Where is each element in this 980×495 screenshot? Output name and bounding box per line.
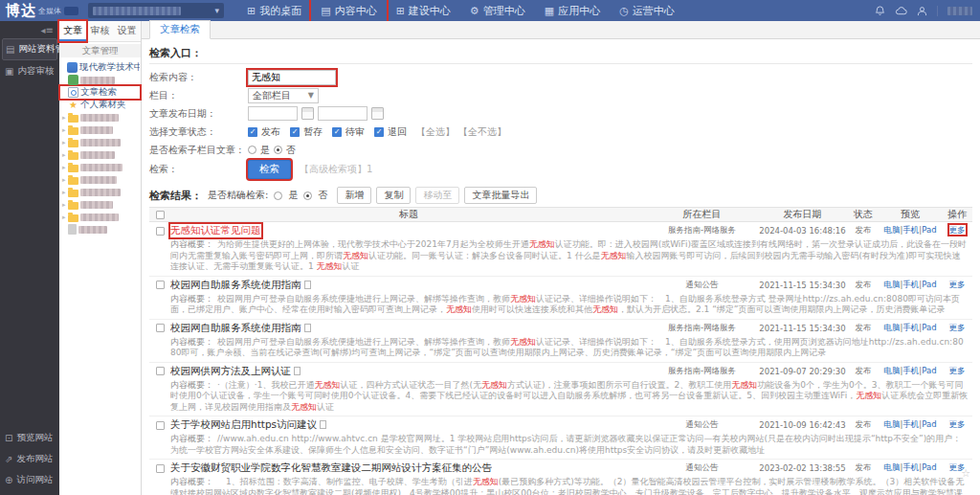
tree-item[interactable]: ▸ — [60, 211, 140, 223]
preview-link-电脑[interactable]: 电脑 — [883, 323, 900, 332]
tab-article-search[interactable]: 文章检索 — [149, 20, 211, 39]
publish-date-label: 文章发布日期： — [149, 107, 248, 121]
menu-item-管理中心[interactable]: ⚙管理中心 — [460, 0, 535, 21]
tree-item[interactable]: ▸ — [60, 198, 140, 211]
row-checkbox[interactable] — [156, 464, 165, 473]
results-button-复制[interactable]: 复制 — [376, 187, 411, 204]
article-title-link[interactable]: 校园网自助服务系统使用指南 — [170, 279, 301, 292]
status-cell: 发布 — [848, 419, 879, 431]
article-title-link[interactable]: 校园网自助服务系统使用指南 — [170, 322, 301, 335]
sub-no-radio[interactable] — [274, 146, 282, 154]
tree-item[interactable]: ▸ — [60, 186, 140, 198]
preview-link-Pad[interactable]: Pad — [922, 366, 936, 375]
more-actions-link[interactable]: 更多 — [949, 419, 966, 429]
tree-tab-文章[interactable]: 文章 — [59, 21, 86, 41]
sidebar-item-发布网站[interactable]: ⇗发布网站 — [2, 449, 57, 469]
sidebar-item-访问网站[interactable]: ⊕访问网站 — [2, 470, 57, 490]
select-all-checkbox[interactable] — [156, 211, 165, 219]
preview-link-手机[interactable]: 手机 — [902, 323, 919, 332]
operation-cell: 更多 — [942, 280, 972, 291]
search-button[interactable]: 检索 — [248, 160, 291, 179]
preview-link-电脑[interactable]: 电脑 — [883, 419, 900, 429]
user-icon[interactable] — [917, 6, 927, 16]
status-checkbox-退回[interactable]: ✓ — [374, 127, 384, 137]
sub-yes-radio[interactable] — [248, 146, 256, 154]
more-actions-link[interactable]: 更多 — [949, 280, 966, 289]
status-checkbox-发布[interactable]: ✓ — [248, 127, 257, 137]
menu-item-应用中心[interactable]: ▦应用中心 — [535, 0, 610, 21]
select-all-link[interactable]: 【全选】 — [416, 125, 455, 139]
sidebar-item-内容审核[interactable]: ▣内容审核 — [2, 61, 57, 81]
row-checkbox[interactable] — [156, 367, 165, 375]
status-checkbox-暂存[interactable]: ✓ — [290, 127, 300, 137]
preview-link-Pad[interactable]: Pad — [922, 323, 936, 332]
precise-yes-radio[interactable] — [274, 191, 282, 200]
results-button-新增[interactable]: 新增 — [337, 187, 371, 204]
advanced-search-hint[interactable]: 【高级检索项】1 — [300, 163, 372, 176]
tree-item[interactable]: ★个人素材夹 — [60, 99, 140, 111]
row-checkbox[interactable] — [156, 281, 165, 289]
tree-item[interactable]: ▸ — [60, 148, 140, 161]
preview-link-电脑[interactable]: 电脑 — [883, 366, 900, 375]
status-cell: 发布 — [848, 462, 879, 474]
site-selector-dropdown[interactable]: ▾ — [88, 3, 224, 18]
tree-tab-审核[interactable]: 审核 — [86, 21, 113, 41]
date-from-input[interactable] — [248, 106, 298, 121]
tree-item[interactable] — [60, 74, 140, 86]
sidebar-collapse-icon[interactable]: ◂≡ — [0, 21, 59, 37]
menu-item-运营中心[interactable]: ◷运营中心 — [610, 0, 684, 21]
summary-label: 内容概要： — [170, 337, 213, 347]
preview-link-电脑[interactable]: 电脑 — [883, 462, 900, 472]
calendar-icon[interactable] — [301, 107, 314, 120]
preview-link-Pad[interactable]: Pad — [922, 462, 936, 472]
menu-item-内容中心[interactable]: ▤内容中心 — [311, 0, 386, 21]
preview-link-Pad[interactable]: Pad — [922, 419, 936, 429]
menu-item-建设中心[interactable]: ⊞建设中心 — [387, 0, 460, 21]
sidebar-item-网站资料管理[interactable]: ▤网站资料管理 — [2, 38, 57, 60]
summary-text: 使用时可以快速连接系统和其他 — [472, 304, 592, 314]
tree-item[interactable]: ▸ — [60, 173, 140, 186]
preview-link-Pad[interactable]: Pad — [922, 280, 936, 289]
tree-item[interactable]: ▸ — [60, 136, 140, 148]
preview-link-手机[interactable]: 手机 — [902, 366, 919, 375]
more-actions-link[interactable]: 更多 — [949, 323, 966, 332]
results-title: 检索结果： — [149, 189, 202, 203]
article-title-link[interactable]: 校园网供网方法及上网认证 — [170, 365, 291, 378]
article-title-link[interactable]: 无感知认证常见问题 — [170, 224, 261, 237]
title-text: 关于安徽财贸职业学院数字化智慧教室建设二期网站设计方案征集的公告 — [170, 461, 492, 473]
results-button-文章批量导出[interactable]: 文章批量导出 — [464, 187, 537, 204]
preview-link-手机[interactable]: 手机 — [902, 225, 919, 235]
date-to-input[interactable] — [318, 106, 368, 121]
preview-link-Pad[interactable]: Pad — [922, 225, 936, 235]
status-checkbox-待审[interactable]: ✓ — [332, 127, 342, 137]
calendar-icon[interactable] — [371, 107, 384, 120]
tree-item[interactable]: 文章检索 — [60, 86, 140, 99]
precise-no-radio[interactable] — [303, 191, 312, 200]
more-actions-link[interactable]: 更多 — [949, 366, 966, 375]
tree-item[interactable]: ▸ — [60, 161, 140, 173]
cloud-icon[interactable] — [895, 6, 907, 15]
row-checkbox[interactable] — [156, 324, 165, 332]
preview-link-电脑[interactable]: 电脑 — [883, 225, 900, 235]
row-checkbox[interactable] — [156, 421, 165, 430]
column-select[interactable]: 全部栏目▼ — [248, 88, 319, 103]
sidebar-item-预览网站[interactable]: ⊡预览网站 — [2, 428, 57, 448]
search-content-input[interactable] — [248, 70, 336, 85]
tree-item[interactable]: 现代教学技术中心 — [60, 61, 140, 74]
more-actions-link[interactable]: 更多 — [949, 225, 966, 235]
row-checkbox[interactable] — [156, 227, 165, 236]
tree-item[interactable]: ▸ — [60, 124, 140, 136]
preview-link-手机[interactable]: 手机 — [902, 280, 919, 289]
tree-item[interactable] — [60, 223, 140, 236]
preview-link-手机[interactable]: 手机 — [902, 462, 919, 472]
preview-link-手机[interactable]: 手机 — [902, 419, 919, 429]
article-title-link[interactable]: 关于学校网站启用https访问建议 — [170, 418, 317, 432]
menu-item-我的桌面[interactable]: ⊞我的桌面 — [237, 0, 311, 21]
operation-cell: 更多 — [942, 419, 972, 431]
select-none-link[interactable]: 【全不选】 — [458, 125, 506, 139]
tree-item[interactable]: ▸ — [60, 111, 140, 124]
bell-icon[interactable] — [875, 6, 885, 16]
preview-link-电脑[interactable]: 电脑 — [883, 280, 900, 289]
article-title-link[interactable]: 关于安徽财贸职业学院数字化智慧教室建设二期网站设计方案征集的公告 — [170, 461, 492, 475]
tree-tab-设置[interactable]: 设置 — [114, 21, 141, 41]
